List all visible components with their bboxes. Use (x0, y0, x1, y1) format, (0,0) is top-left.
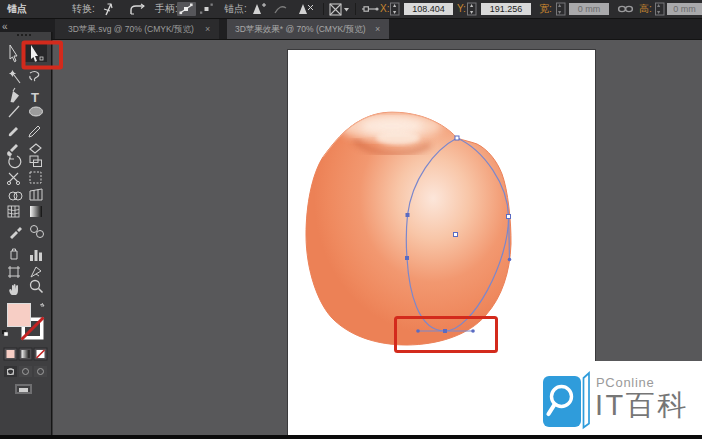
svg-text:T: T (31, 90, 39, 105)
